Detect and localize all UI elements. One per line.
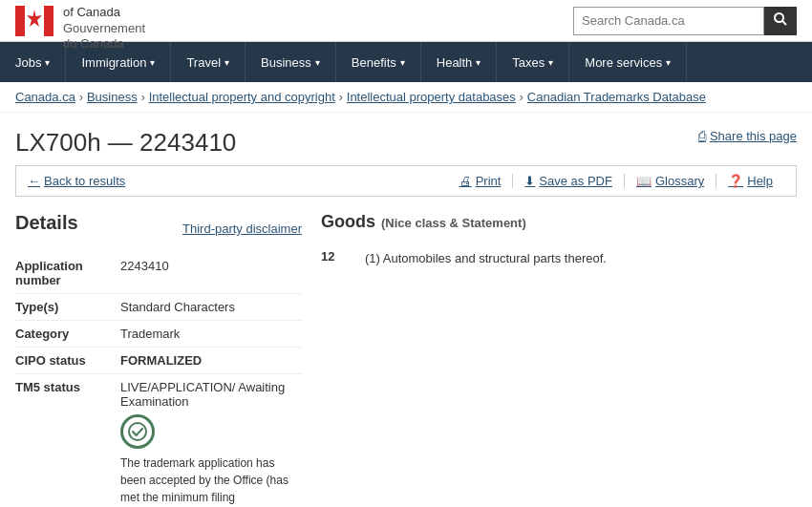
goods-subtitle: (Nice class & Statement) [381,216,526,230]
main-content: Details Third-party disclaimer Applicati… [0,197,812,507]
tm5-status-icon [120,414,155,449]
svg-point-6 [129,423,146,440]
glossary-button[interactable]: 📖 Glossary [625,174,716,188]
print-button[interactable]: 🖨 Print [448,174,514,188]
share-icon: ⎙ [698,128,706,143]
back-arrow-icon: ← [28,174,40,188]
detail-table: Application number 2243410 Type(s) Stand… [15,253,302,507]
nav-item-benefits[interactable]: Benefits ▾ [336,42,421,82]
goods-row: 12 (1) Automobiles and structural parts … [321,243,797,274]
svg-line-5 [782,21,786,25]
save-pdf-button[interactable]: ⬇ Save as PDF [513,174,625,188]
breadcrumb-canadaca[interactable]: Canada.ca [15,90,75,104]
print-icon: 🖨 [459,174,472,188]
chevron-down-icon: ▾ [476,57,481,68]
goods-section-title: Goods (Nice class & Statement) [321,212,797,232]
action-buttons: 🖨 Print ⬇ Save as PDF 📖 Glossary ❓ Help [448,174,784,188]
nav-item-travel[interactable]: Travel ▾ [171,42,246,82]
page-header: LX700h — 2243410 ⎙ Share this page [0,113,812,165]
details-section: Details Third-party disclaimer Applicati… [15,212,302,507]
search-icon [774,12,787,26]
chevron-down-icon: ▾ [224,57,229,68]
pdf-icon: ⬇ [524,174,535,188]
breadcrumb-ip-databases[interactable]: Intellectual property databases [347,90,516,104]
main-nav: Jobs ▾ Immigration ▾ Travel ▾ Business ▾… [0,42,812,82]
share-page-link[interactable]: ⎙ Share this page [698,128,797,143]
breadcrumb-business[interactable]: Business [87,90,138,104]
search-button[interactable] [764,7,797,35]
chevron-down-icon: ▾ [666,57,671,68]
svg-point-4 [775,13,783,22]
details-section-title: Details [15,212,78,234]
goods-class: 12 [321,249,350,268]
chevron-down-icon: ▾ [400,57,405,68]
goods-section: Goods (Nice class & Statement) 12 (1) Au… [321,212,797,507]
nav-item-health[interactable]: Health ▾ [421,42,498,82]
details-header-row: Details Third-party disclaimer [15,212,302,245]
tm5-description: The trademark application has been accep… [120,454,302,507]
nav-item-more-services[interactable]: More services ▾ [569,42,687,82]
chevron-down-icon: ▾ [548,57,553,68]
breadcrumb-arrow: › [339,91,343,104]
svg-rect-2 [44,6,53,36]
chevron-down-icon: ▾ [45,57,50,68]
goods-description: (1) Automobiles and structural parts the… [365,249,797,268]
breadcrumb: Canada.ca › Business › Intellectual prop… [0,82,812,113]
detail-row-cipo-status: CIPO status FORMALIZED [15,348,302,374]
nav-item-immigration[interactable]: Immigration ▾ [66,42,171,82]
help-icon: ❓ [728,174,743,188]
search-form [573,7,797,35]
breadcrumb-arrow: › [79,91,83,104]
third-party-disclaimer-link[interactable]: Third-party disclaimer [182,222,302,236]
chevron-down-icon: ▾ [315,57,320,68]
back-to-results-link[interactable]: ← Back to results [28,174,125,188]
book-icon: 📖 [636,174,652,188]
help-button[interactable]: ❓ Help [716,174,784,188]
nav-item-taxes[interactable]: Taxes ▾ [497,42,569,82]
breadcrumb-arrow: › [520,91,524,104]
canada-flag-icon [15,6,53,36]
nav-item-jobs[interactable]: Jobs ▾ [0,42,66,82]
nav-item-business[interactable]: Business ▾ [246,42,336,82]
detail-row-app-number: Application number 2243410 [15,253,302,294]
chevron-down-icon: ▾ [150,57,155,68]
search-input[interactable] [573,7,764,35]
breadcrumb-ip-copyright[interactable]: Intellectual property and copyright [149,90,335,104]
breadcrumb-trademarks-db[interactable]: Canadian Trademarks Database [527,90,706,104]
page-title: LX700h — 2243410 [15,128,236,158]
detail-row-types: Type(s) Standard Characters [15,294,302,321]
site-header: Government of Canada Gouvernementdu Cana… [0,0,812,42]
detail-row-tm5-status: TM5 status LIVE/APPLICATION/ Awaiting Ex… [15,374,302,507]
breadcrumb-arrow: › [141,91,145,104]
action-bar: ← Back to results 🖨 Print ⬇ Save as PDF … [15,165,797,197]
detail-row-category: Category Trademark [15,321,302,348]
svg-rect-0 [15,6,25,36]
